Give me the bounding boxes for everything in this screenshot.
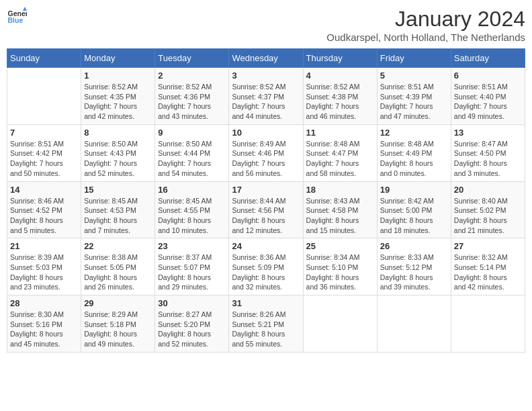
calendar-week-1: 1Sunrise: 8:52 AMSunset: 4:35 PMDaylight…: [7, 68, 525, 125]
calendar-cell: 27Sunrise: 8:32 AMSunset: 5:14 PMDayligh…: [451, 238, 525, 295]
calendar-cell: 7Sunrise: 8:51 AMSunset: 4:42 PMDaylight…: [7, 124, 81, 181]
header-saturday: Saturday: [451, 49, 525, 68]
calendar-cell: 11Sunrise: 8:48 AMSunset: 4:47 PMDayligh…: [303, 124, 377, 181]
logo: General Blue: [7, 7, 27, 27]
day-number: 30: [158, 298, 226, 308]
day-number: 10: [232, 128, 300, 138]
calendar-cell: 10Sunrise: 8:49 AMSunset: 4:46 PMDayligh…: [229, 124, 303, 181]
day-info: Sunrise: 8:40 AMSunset: 5:02 PMDaylight:…: [454, 196, 522, 236]
calendar-cell: 12Sunrise: 8:48 AMSunset: 4:49 PMDayligh…: [377, 124, 451, 181]
day-info: Sunrise: 8:44 AMSunset: 4:56 PMDaylight:…: [232, 196, 300, 236]
day-info: Sunrise: 8:51 AMSunset: 4:40 PMDaylight:…: [454, 82, 522, 122]
day-number: 21: [10, 241, 78, 251]
calendar-cell: 15Sunrise: 8:45 AMSunset: 4:53 PMDayligh…: [81, 181, 155, 238]
calendar-cell: 24Sunrise: 8:36 AMSunset: 5:09 PMDayligh…: [229, 238, 303, 295]
day-number: 13: [454, 128, 522, 138]
header-sunday: Sunday: [7, 49, 81, 68]
day-info: Sunrise: 8:51 AMSunset: 4:42 PMDaylight:…: [10, 139, 78, 179]
day-info: Sunrise: 8:27 AMSunset: 5:20 PMDaylight:…: [158, 310, 226, 349]
day-number: 17: [232, 185, 300, 195]
day-number: 22: [84, 241, 152, 251]
day-number: 27: [454, 241, 522, 251]
day-info: Sunrise: 8:43 AMSunset: 4:58 PMDaylight:…: [306, 196, 374, 236]
day-number: 18: [306, 185, 374, 195]
day-number: 4: [306, 71, 374, 81]
calendar-cell: 28Sunrise: 8:30 AMSunset: 5:16 PMDayligh…: [7, 295, 81, 353]
day-number: 16: [158, 185, 226, 195]
day-number: 1: [84, 71, 152, 81]
calendar-cell: 26Sunrise: 8:33 AMSunset: 5:12 PMDayligh…: [377, 238, 451, 295]
calendar-cell: 17Sunrise: 8:44 AMSunset: 4:56 PMDayligh…: [229, 181, 303, 238]
day-info: Sunrise: 8:39 AMSunset: 5:03 PMDaylight:…: [10, 253, 78, 292]
calendar-cell: 3Sunrise: 8:52 AMSunset: 4:37 PMDaylight…: [229, 68, 303, 125]
day-number: 26: [380, 241, 448, 251]
day-info: Sunrise: 8:51 AMSunset: 4:39 PMDaylight:…: [380, 82, 448, 122]
calendar-cell: 20Sunrise: 8:40 AMSunset: 5:02 PMDayligh…: [451, 181, 525, 238]
logo-icon: General Blue: [7, 7, 27, 27]
calendar-cell: 30Sunrise: 8:27 AMSunset: 5:20 PMDayligh…: [155, 295, 229, 353]
calendar-cell: 29Sunrise: 8:29 AMSunset: 5:18 PMDayligh…: [81, 295, 155, 353]
day-info: Sunrise: 8:29 AMSunset: 5:18 PMDaylight:…: [84, 310, 152, 349]
title-section: January 2024 Oudkarspel, North Holland, …: [326, 7, 525, 43]
header-thursday: Thursday: [303, 49, 377, 68]
calendar-week-2: 7Sunrise: 8:51 AMSunset: 4:42 PMDaylight…: [7, 124, 525, 181]
day-number: 12: [380, 128, 448, 138]
calendar-cell: 9Sunrise: 8:50 AMSunset: 4:44 PMDaylight…: [155, 124, 229, 181]
header-tuesday: Tuesday: [155, 49, 229, 68]
day-info: Sunrise: 8:36 AMSunset: 5:09 PMDaylight:…: [232, 253, 300, 292]
day-number: 23: [158, 241, 226, 251]
day-info: Sunrise: 8:52 AMSunset: 4:36 PMDaylight:…: [158, 82, 226, 122]
day-number: 20: [454, 185, 522, 195]
calendar-table: SundayMondayTuesdayWednesdayThursdayFrid…: [7, 48, 525, 353]
calendar-cell: 19Sunrise: 8:42 AMSunset: 5:00 PMDayligh…: [377, 181, 451, 238]
day-number: 28: [10, 298, 78, 308]
calendar-cell: 14Sunrise: 8:46 AMSunset: 4:52 PMDayligh…: [7, 181, 81, 238]
calendar-cell: 1Sunrise: 8:52 AMSunset: 4:35 PMDaylight…: [81, 68, 155, 125]
day-number: 29: [84, 298, 152, 308]
header-friday: Friday: [377, 49, 451, 68]
day-number: 25: [306, 241, 374, 251]
calendar-cell: 5Sunrise: 8:51 AMSunset: 4:39 PMDaylight…: [377, 68, 451, 125]
day-info: Sunrise: 8:38 AMSunset: 5:05 PMDaylight:…: [84, 253, 152, 292]
calendar-cell: 2Sunrise: 8:52 AMSunset: 4:36 PMDaylight…: [155, 68, 229, 125]
day-number: 2: [158, 71, 226, 81]
calendar-cell: 23Sunrise: 8:37 AMSunset: 5:07 PMDayligh…: [155, 238, 229, 295]
calendar-cell: 21Sunrise: 8:39 AMSunset: 5:03 PMDayligh…: [7, 238, 81, 295]
page-header: General Blue January 2024 Oudkarspel, No…: [7, 7, 525, 43]
day-info: Sunrise: 8:50 AMSunset: 4:43 PMDaylight:…: [84, 139, 152, 179]
day-number: 5: [380, 71, 448, 81]
day-info: Sunrise: 8:48 AMSunset: 4:47 PMDaylight:…: [306, 139, 374, 179]
calendar-cell: [7, 68, 81, 125]
day-info: Sunrise: 8:32 AMSunset: 5:14 PMDaylight:…: [454, 253, 522, 292]
day-info: Sunrise: 8:52 AMSunset: 4:38 PMDaylight:…: [306, 82, 374, 122]
calendar-header-row: SundayMondayTuesdayWednesdayThursdayFrid…: [7, 49, 525, 68]
day-number: 7: [10, 128, 78, 138]
calendar-cell: 13Sunrise: 8:47 AMSunset: 4:50 PMDayligh…: [451, 124, 525, 181]
day-number: 31: [232, 298, 300, 308]
location-subtitle: Oudkarspel, North Holland, The Netherlan…: [326, 32, 525, 43]
calendar-cell: 22Sunrise: 8:38 AMSunset: 5:05 PMDayligh…: [81, 238, 155, 295]
day-info: Sunrise: 8:45 AMSunset: 4:53 PMDaylight:…: [84, 196, 152, 236]
day-info: Sunrise: 8:46 AMSunset: 4:52 PMDaylight:…: [10, 196, 78, 236]
calendar-cell: 4Sunrise: 8:52 AMSunset: 4:38 PMDaylight…: [303, 68, 377, 125]
day-number: 9: [158, 128, 226, 138]
svg-text:Blue: Blue: [8, 16, 24, 24]
day-number: 14: [10, 185, 78, 195]
day-info: Sunrise: 8:34 AMSunset: 5:10 PMDaylight:…: [306, 253, 374, 292]
day-info: Sunrise: 8:33 AMSunset: 5:12 PMDaylight:…: [380, 253, 448, 292]
calendar-cell: [451, 295, 525, 353]
day-number: 24: [232, 241, 300, 251]
day-info: Sunrise: 8:49 AMSunset: 4:46 PMDaylight:…: [232, 139, 300, 179]
calendar-cell: [377, 295, 451, 353]
calendar-cell: [303, 295, 377, 353]
header-wednesday: Wednesday: [229, 49, 303, 68]
day-number: 6: [454, 71, 522, 81]
header-monday: Monday: [81, 49, 155, 68]
day-info: Sunrise: 8:45 AMSunset: 4:55 PMDaylight:…: [158, 196, 226, 236]
day-number: 11: [306, 128, 374, 138]
calendar-cell: 31Sunrise: 8:26 AMSunset: 5:21 PMDayligh…: [229, 295, 303, 353]
day-number: 15: [84, 185, 152, 195]
day-number: 8: [84, 128, 152, 138]
calendar-cell: 6Sunrise: 8:51 AMSunset: 4:40 PMDaylight…: [451, 68, 525, 125]
day-info: Sunrise: 8:50 AMSunset: 4:44 PMDaylight:…: [158, 139, 226, 179]
